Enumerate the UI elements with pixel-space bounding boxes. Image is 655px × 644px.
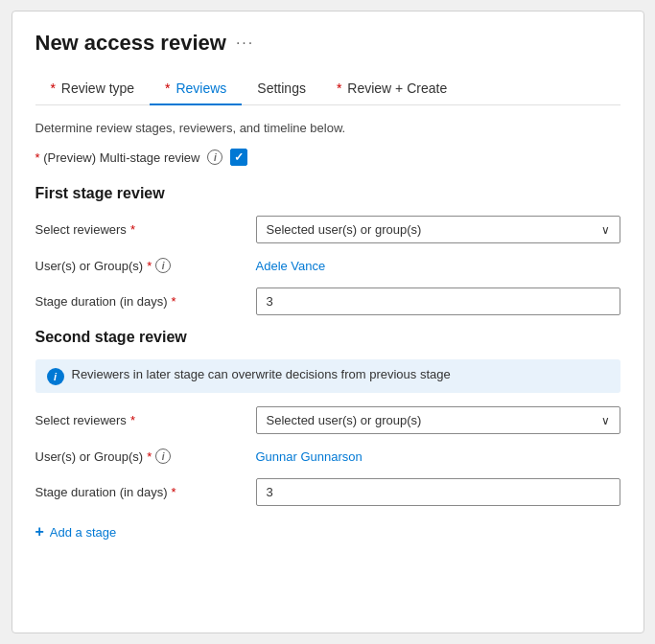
second-stage-section: Second stage review i Reviewers in later… — [35, 329, 620, 506]
page-description: Determine review stages, reviewers, and … — [35, 121, 620, 135]
tab-bar: * Review type * Reviews Settings * Revie… — [35, 73, 620, 105]
page-title: New access review — [35, 31, 226, 56]
second-stage-select-reviewers-row: Select reviewers * Selected user(s) or g… — [35, 406, 620, 434]
info-banner-icon: i — [47, 368, 64, 385]
new-access-review-card: New access review ··· * Review type * Re… — [12, 11, 644, 633]
second-stage-title: Second stage review — [35, 329, 620, 346]
second-stage-user-link[interactable]: Gunnar Gunnarson — [256, 449, 363, 464]
first-stage-duration-input[interactable] — [256, 288, 620, 315]
tab-reviews[interactable]: * Reviews — [150, 73, 242, 105]
first-stage-user-link[interactable]: Adele Vance — [256, 259, 326, 273]
first-stage-users-groups-info-icon[interactable]: i — [155, 258, 171, 273]
second-stage-users-groups-info-icon[interactable]: i — [155, 448, 171, 464]
more-options-icon[interactable]: ··· — [236, 34, 254, 52]
first-stage-duration-row: Stage duration (in days) * — [35, 288, 620, 315]
tab-settings[interactable]: Settings — [242, 73, 321, 105]
tab-review-create[interactable]: * Review + Create — [321, 73, 462, 105]
second-stage-duration-input[interactable] — [256, 478, 620, 506]
multi-stage-checkbox[interactable] — [230, 149, 247, 166]
multi-stage-info-icon[interactable]: i — [207, 150, 222, 165]
plus-icon: + — [35, 523, 44, 540]
first-stage-title: First stage review — [35, 185, 620, 202]
tab-review-type[interactable]: * Review type — [35, 73, 151, 105]
second-stage-dropdown-chevron-icon: ∨ — [601, 414, 610, 427]
add-stage-button[interactable]: + Add a stage — [35, 519, 117, 544]
first-stage-dropdown-chevron-icon: ∨ — [601, 223, 610, 237]
second-stage-users-groups-row: User(s) or Group(s) * i Gunnar Gunnarson — [35, 448, 620, 465]
first-stage-select-reviewers-dropdown[interactable]: Selected user(s) or group(s) ∨ — [256, 216, 620, 243]
first-stage-users-groups-row: User(s) or Group(s) * i Adele Vance — [35, 257, 620, 274]
second-stage-duration-row: Stage duration (in days) * — [35, 478, 620, 506]
first-stage-select-reviewers-row: Select reviewers * Selected user(s) or g… — [35, 216, 620, 243]
second-stage-select-reviewers-dropdown[interactable]: Selected user(s) or group(s) ∨ — [256, 406, 620, 434]
multi-stage-row: * (Preview) Multi-stage review i — [35, 149, 620, 166]
second-stage-info-banner: i Reviewers in later stage can overwrite… — [35, 359, 620, 393]
